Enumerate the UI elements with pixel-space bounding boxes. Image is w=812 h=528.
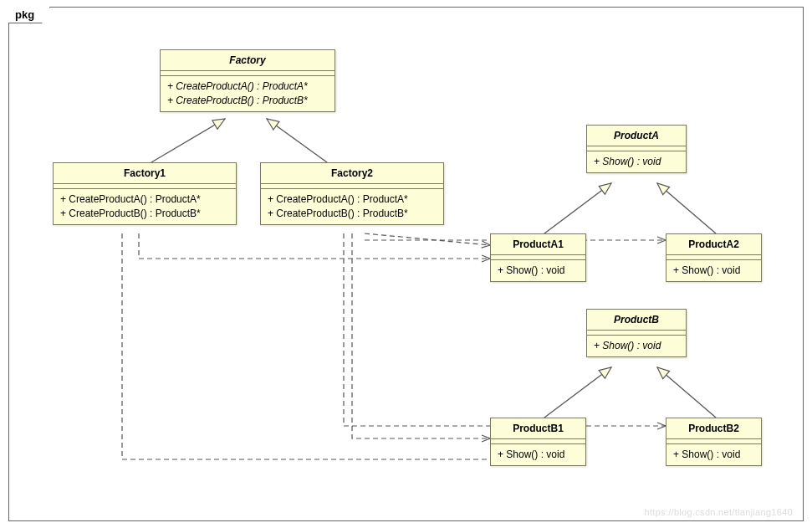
package-frame: pkg <box>8 7 804 521</box>
dep-factory1-producta1 <box>139 233 490 259</box>
class-operation: + CreateProductB() : ProductB* <box>167 94 328 108</box>
class-operations: + Show() : void <box>666 260 761 281</box>
dep-factory2-producta1 <box>365 233 490 245</box>
class-operation: + CreateProductB() : ProductB* <box>268 207 437 221</box>
dep-factory1-productb1 <box>122 233 532 459</box>
class-operation: + Show() : void <box>498 448 579 462</box>
class-operations: + CreateProductA() : ProductA* + CreateP… <box>161 76 335 111</box>
class-operation: + Show() : void <box>594 155 679 169</box>
class-producta2: ProductA2 + Show() : void <box>666 233 762 282</box>
class-producta: ProductA + Show() : void <box>586 125 687 173</box>
class-factory: Factory + CreateProductA() : ProductA* +… <box>160 49 335 112</box>
class-operation: + Show() : void <box>673 264 754 278</box>
class-productb: ProductB + Show() : void <box>586 309 687 357</box>
class-operation: + Show() : void <box>594 339 679 353</box>
class-operations: + CreateProductA() : ProductA* + CreateP… <box>54 189 236 224</box>
class-operation: + Show() : void <box>498 264 579 278</box>
class-operations: + Show() : void <box>666 444 761 465</box>
class-operation: + CreateProductB() : ProductB* <box>60 207 229 221</box>
class-productb2: ProductB2 + Show() : void <box>666 418 762 466</box>
gen-factory1-factory <box>151 119 225 162</box>
class-name: Factory <box>161 50 335 71</box>
class-producta1: ProductA1 + Show() : void <box>490 233 586 282</box>
class-name: ProductB1 <box>491 418 585 439</box>
gen-producta2-producta <box>657 183 716 233</box>
class-factory2: Factory2 + CreateProductA() : ProductA* … <box>260 162 444 225</box>
gen-producta1-producta <box>544 183 611 233</box>
class-operations: + Show() : void <box>491 260 585 281</box>
class-name: Factory1 <box>54 163 236 184</box>
class-operations: + Show() : void <box>491 444 585 465</box>
class-operation: + CreateProductA() : ProductA* <box>268 192 437 207</box>
class-productb1: ProductB1 + Show() : void <box>490 418 586 466</box>
class-operations: + CreateProductA() : ProductA* + CreateP… <box>261 189 443 224</box>
class-operation: + Show() : void <box>673 448 754 462</box>
class-operation: + CreateProductA() : ProductA* <box>167 79 328 94</box>
class-operations: + Show() : void <box>587 151 686 172</box>
package-name-label: pkg <box>15 8 34 21</box>
class-name: ProductA1 <box>491 234 585 255</box>
watermark: https://blog.csdn.net/tianjiang1640 <box>645 507 793 517</box>
class-name: Factory2 <box>261 163 443 184</box>
dep-factory2-productb1 <box>352 233 490 438</box>
class-factory1: Factory1 + CreateProductA() : ProductA* … <box>53 162 237 225</box>
class-operation: + CreateProductA() : ProductA* <box>60 192 229 207</box>
gen-factory2-factory <box>267 119 327 162</box>
class-name: ProductA <box>587 126 686 146</box>
class-name: ProductA2 <box>666 234 761 255</box>
class-operations: + Show() : void <box>587 336 686 356</box>
package-name-tab: pkg <box>8 7 50 23</box>
gen-productb2-productb <box>657 367 716 418</box>
gen-productb1-productb <box>544 367 611 418</box>
class-name: ProductB2 <box>666 418 761 439</box>
class-name: ProductB <box>587 310 686 331</box>
